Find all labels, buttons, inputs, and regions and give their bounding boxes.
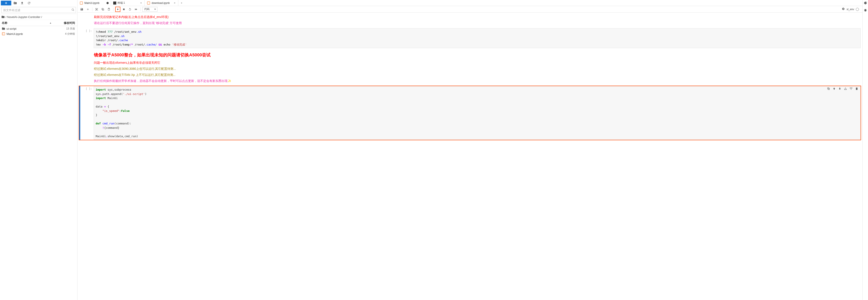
markdown-text[interactable]: 问题一般出现在xformers上如果有非必须请关闭它	[79, 61, 861, 65]
markdown-text[interactable]: 经过测试:xformers在3090,3080上也可以运行,其它配置待测...	[79, 67, 861, 71]
tab-bar: MainUi.ipynb 终端 1 × download.ipynb × +	[78, 0, 862, 6]
code-editor[interactable]: import sys,subprocess sys.path.append('.…	[94, 86, 861, 140]
svg-rect-12	[123, 8, 125, 10]
main-area: MainUi.ipynb 终端 1 × download.ipynb × + 代…	[78, 0, 862, 300]
upload-icon[interactable]	[19, 0, 25, 6]
new-folder-icon[interactable]	[12, 0, 18, 6]
insert-above-icon[interactable]	[843, 87, 847, 91]
notebook-icon	[2, 32, 5, 36]
cell-prompt: [ ]:	[80, 86, 94, 140]
move-down-icon[interactable]	[838, 87, 842, 91]
duplicate-cell-icon[interactable]	[826, 87, 831, 91]
svg-point-0	[72, 9, 73, 10]
folder-icon	[2, 27, 5, 30]
file-list: ui-script 13 天前 MainUi.ipynb 4 分钟前	[0, 26, 77, 300]
close-icon[interactable]: ×	[173, 1, 176, 5]
tab-terminal[interactable]: 终端 1 ×	[111, 0, 145, 6]
file-modified: 13 天前	[53, 27, 77, 31]
cell-type-dropdown[interactable]: 代码	[142, 7, 157, 12]
svg-point-21	[866, 2, 867, 2]
add-tab-button[interactable]: +	[178, 0, 185, 6]
restart-run-all-button[interactable]	[133, 7, 138, 12]
cut-button[interactable]	[94, 7, 99, 12]
debugger-icon[interactable]	[864, 8, 867, 12]
insert-below-icon[interactable]	[849, 87, 853, 91]
svg-rect-18	[850, 88, 852, 89]
svg-rect-7	[147, 2, 150, 4]
file-name: MainUi.ipynb	[6, 32, 23, 36]
svg-rect-6	[80, 2, 83, 4]
list-item[interactable]: ui-script 13 天前	[0, 26, 77, 31]
new-launcher-button[interactable]: +	[1, 1, 11, 5]
sort-caret-icon[interactable]: ▲	[50, 22, 52, 24]
save-button[interactable]	[79, 7, 84, 12]
file-modified: 4 分钟前	[53, 32, 77, 36]
file-name: ui-script	[6, 27, 17, 30]
markdown-heading[interactable]: 镜像基于A5000整合，如果出现未知的问题请切换A5000尝试	[79, 52, 861, 58]
markdown-text[interactable]: 请在运行后不要进行任何其它操作，直到出现 '移动完成' 方可使用	[79, 21, 861, 25]
markdown-text[interactable]: 经过测试:xformers在TITAN Xp 上不可以运行,其它配置待测...	[79, 73, 861, 77]
terminal-icon	[113, 2, 116, 5]
kernel-name[interactable]: xl_env	[846, 8, 854, 11]
notebook-icon	[147, 1, 150, 5]
markdown-text[interactable]: 执行任何操作前最好开学术加速，启动器不会自动更新，平时可以点点更新，说不定会有新…	[79, 79, 861, 83]
code-editor[interactable]: !chmod 777 /root/set_env.sh !/root/set_e…	[94, 28, 861, 48]
restart-button[interactable]	[127, 7, 132, 12]
right-sidebar	[862, 0, 868, 300]
list-item[interactable]: MainUi.ipynb 4 分钟前	[0, 31, 77, 36]
code-cell[interactable]: [ ]: !chmod 777 /root/set_env.sh !/root/…	[79, 28, 861, 48]
tab-label: 终端 1	[118, 1, 138, 5]
col-modified-label[interactable]: 修改时间	[53, 21, 77, 25]
move-up-icon[interactable]	[832, 87, 836, 91]
breadcrumb-path: / NovelAI-Jupyter-Controller /	[6, 15, 42, 19]
search-icon	[71, 8, 74, 12]
copy-button[interactable]	[100, 7, 105, 12]
tab-download[interactable]: download.ipynb ×	[145, 0, 178, 6]
run-button[interactable]	[115, 7, 120, 12]
folder-icon	[1, 15, 5, 19]
svg-point-3	[3, 33, 3, 33]
stop-button[interactable]	[121, 7, 126, 12]
tab-label: MainUi.ipynb	[84, 2, 105, 5]
col-name-label[interactable]: 名称	[2, 21, 7, 25]
svg-line-1	[73, 10, 74, 11]
refresh-icon[interactable]	[26, 0, 32, 6]
code-cell[interactable]: [ ]: import sys,subprocess sys.path.appe…	[79, 86, 861, 140]
cell-type-label: 代码	[144, 7, 149, 11]
cell-toolbar	[826, 87, 859, 91]
dirty-indicator-icon	[106, 2, 108, 4]
sidebar-toolbar: +	[0, 0, 77, 6]
tab-label: download.ipynb	[152, 2, 172, 5]
filter-input[interactable]	[2, 8, 76, 12]
paste-button[interactable]	[106, 7, 112, 12]
tab-mainui[interactable]: MainUi.ipynb	[78, 0, 111, 6]
insert-cell-button[interactable]	[85, 7, 90, 12]
delete-cell-icon[interactable]	[855, 87, 859, 91]
svg-rect-2	[2, 33, 5, 35]
svg-rect-15	[844, 89, 846, 90]
notebook-icon	[80, 1, 83, 5]
breadcrumb[interactable]: / NovelAI-Jupyter-Controller /	[0, 14, 77, 20]
svg-point-5	[3, 34, 3, 35]
notebook-body: 刷新完后切换笔记本内核(右上角点击后选择xl_env环境) 请在运行后不要进行任…	[78, 12, 862, 300]
file-list-header: 名称 ▲ 修改时间	[0, 20, 77, 26]
close-icon[interactable]: ×	[140, 1, 142, 5]
kernel-status-icon[interactable]	[856, 8, 859, 11]
notebook-toolbar: 代码 xl_env	[78, 6, 862, 12]
property-inspector-icon[interactable]	[864, 1, 867, 5]
filter-row	[0, 6, 77, 14]
svg-point-4	[3, 34, 3, 34]
kernel-indicator: xl_env	[842, 7, 861, 11]
cell-prompt: [ ]:	[80, 28, 94, 48]
file-browser-sidebar: + / NovelAI-Jupyter-Controller / 名称 ▲ 修改…	[0, 0, 78, 300]
markdown-text[interactable]: 刷新完后切换笔记本内核(右上角点击后选择xl_env环境)	[79, 15, 861, 19]
gear-icon[interactable]	[842, 7, 845, 11]
